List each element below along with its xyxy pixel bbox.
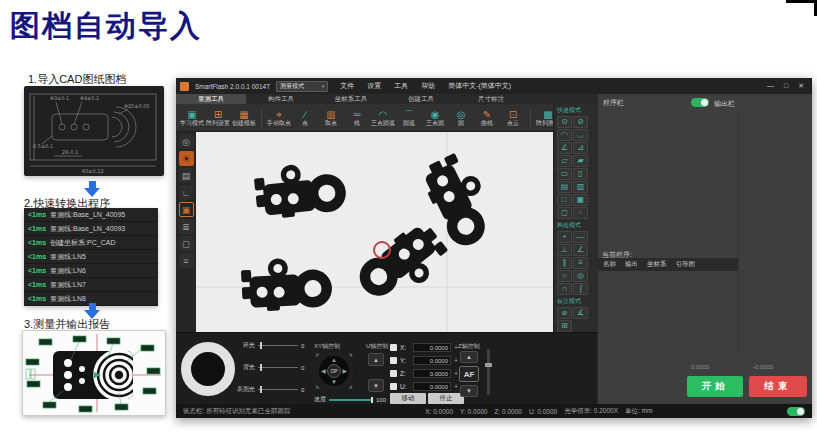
maximize-button[interactable]: □ (784, 82, 788, 90)
axis-value-field[interactable]: 0.0000 (413, 343, 451, 352)
checkbox[interactable] (390, 344, 397, 351)
palette-icon-button[interactable]: ◎ (573, 270, 588, 282)
ribbon-tab[interactable]: 坐标系工具 (316, 94, 386, 104)
arrow-downleft-icon[interactable]: ◣ (316, 384, 320, 389)
light-slider[interactable] (258, 389, 298, 390)
ribbon-tab[interactable]: 量测工具 (176, 94, 246, 104)
menu-item[interactable]: 简体中文-(简体中文) (448, 81, 511, 91)
increment-button[interactable]: + (454, 383, 458, 390)
axis-value-field[interactable]: 0.0000 (413, 356, 451, 365)
measurement-canvas[interactable] (196, 132, 553, 332)
palette-icon-button[interactable]: ◡ (573, 129, 588, 141)
palette-icon-button[interactable]: ∥ (557, 257, 572, 269)
palette-icon-button[interactable]: ≡ (573, 257, 588, 269)
stop-button[interactable]: 停止 (428, 393, 464, 404)
sidebar-icon-button[interactable]: ◻ (179, 236, 194, 251)
sidebar-icon-button[interactable]: ▣ (179, 202, 194, 217)
palette-icon-button[interactable]: ∫ (573, 283, 588, 295)
palette-icon-button[interactable]: ▰ (573, 155, 588, 167)
palette-icon-button[interactable]: ○ (557, 270, 572, 282)
palette-icon-button[interactable]: ▥ (573, 181, 588, 193)
minimize-button[interactable]: — (767, 82, 774, 90)
arrow-left-icon[interactable]: ◀ (321, 368, 326, 374)
z-slider-handle[interactable] (485, 363, 492, 367)
menu-item[interactable]: 工具 (394, 81, 408, 91)
end-button[interactable]: 结束 (749, 376, 807, 397)
increment-button[interactable]: + (454, 357, 458, 364)
axis-value-field[interactable]: 0.0000 (413, 369, 451, 378)
checkbox[interactable] (390, 370, 397, 377)
log-row[interactable]: <1ms 量测线:Base_LN_40095 (24, 208, 158, 222)
menu-item[interactable]: 帮助 (421, 81, 435, 91)
log-row[interactable]: <1ms 创建坐标系:PC_CAD (24, 236, 158, 250)
log-row[interactable]: <1ms 量测线:LN5 (24, 250, 158, 264)
arrow-up-icon[interactable]: ▲ (331, 357, 337, 363)
sidebar-icon-button[interactable]: ☀ (179, 151, 194, 166)
increment-button[interactable]: + (454, 370, 458, 377)
palette-icon-button[interactable]: ⊥ (557, 244, 572, 256)
palette-icon-button[interactable]: ▱ (557, 155, 572, 167)
axis-value-field[interactable]: 0.0000 (413, 382, 451, 391)
xy-dpad[interactable]: ▲ ▼ ◀ ▶ ◤ ◥ ◣ ◢ OP (314, 351, 354, 391)
palette-icon-button[interactable]: □ (557, 194, 572, 206)
mode-select[interactable]: 测量模式 ▾ (276, 81, 328, 92)
toolbar-button[interactable]: ═ 线 (345, 109, 369, 127)
palette-icon-button[interactable]: ▤ (557, 181, 572, 193)
palette-icon-button[interactable]: + (557, 231, 572, 243)
palette-icon-button[interactable]: ∩ (557, 283, 572, 295)
toolbar-button[interactable]: ◠ 三点圆弧 (371, 109, 395, 127)
sidebar-icon-button[interactable]: ≡ (179, 253, 194, 268)
sidebar-icon-button[interactable]: ≣ (179, 219, 194, 234)
toolbar-button[interactable]: ◉ 三点圆 (423, 109, 447, 127)
menu-item[interactable]: 设置 (367, 81, 381, 91)
palette-icon-button[interactable]: ∠ (557, 142, 572, 154)
arrow-right-icon[interactable]: ▶ (342, 368, 347, 374)
palette-icon-button[interactable]: ▯ (573, 168, 588, 180)
palette-icon-button[interactable]: ⊘ (573, 116, 588, 128)
arrow-upleft-icon[interactable]: ◤ (316, 353, 320, 358)
toolbar-button[interactable]: ⌖ 手动取点 (267, 109, 291, 127)
toolbar-button[interactable]: ∕ 点 (293, 109, 317, 127)
start-button[interactable]: 开始 (687, 376, 743, 397)
arrow-upright-icon[interactable]: ◥ (348, 353, 352, 358)
arrow-down-icon[interactable]: ▼ (331, 379, 337, 385)
toolbar-button[interactable]: ✎ 曲线 (475, 109, 499, 127)
palette-icon-button[interactable]: ◠ (557, 129, 572, 141)
palette-icon-button[interactable]: ▫ (573, 207, 588, 219)
log-row[interactable]: <1ms 量测线:LN6 (24, 264, 158, 278)
palette-icon-button[interactable]: ⊿ (573, 142, 588, 154)
checkbox[interactable] (390, 383, 397, 390)
palette-icon-button[interactable]: ▭ (557, 168, 572, 180)
palette-icon-button[interactable]: ∡ (573, 307, 588, 319)
u-down-button[interactable]: ▼ (368, 379, 384, 392)
z-up-button[interactable]: ▲ (460, 351, 478, 363)
toolbar-button[interactable]: ⊡ 点云 (501, 109, 525, 127)
palette-icon-button[interactable]: ⌀ (557, 307, 572, 319)
sidebar-icon-button[interactable]: ∟ (179, 185, 194, 200)
menu-item[interactable]: 文件 (340, 81, 354, 91)
close-button[interactable]: ✕ (798, 82, 804, 90)
palette-icon-button[interactable]: — (573, 231, 588, 243)
u-up-button[interactable]: ▲ (368, 353, 384, 366)
z-down-button[interactable]: ▼ (460, 385, 478, 397)
autofocus-button[interactable]: AF (459, 366, 479, 382)
toolbar-button[interactable]: ▦ 创建模板 (232, 109, 256, 127)
output-toggle[interactable] (691, 98, 709, 107)
log-row[interactable]: <1ms 量测线:LN7 (24, 278, 158, 292)
toolbar-button[interactable]: ⌒ 圆弧 (397, 109, 421, 127)
toolbar-button[interactable]: ⊞ 阵列设置 (206, 109, 230, 127)
checkbox[interactable] (390, 357, 397, 364)
log-row[interactable]: <1ms 量测线:Base_LN_40093 (24, 222, 158, 236)
dpad-center-button[interactable]: OP (327, 364, 341, 378)
toolbar-button[interactable]: ▣ 学习模式 (180, 109, 204, 127)
light-slider[interactable] (258, 367, 298, 368)
palette-icon-button[interactable]: ◻ (557, 207, 572, 219)
palette-icon-button[interactable]: ▣ (573, 194, 588, 206)
ribbon-tab[interactable]: 创建工具 (386, 94, 456, 104)
speed-slider[interactable] (329, 399, 373, 401)
ribbon-tab[interactable]: 尺寸标注 (456, 94, 526, 104)
palette-icon-button[interactable]: ∠ (573, 244, 588, 256)
palette-icon-button[interactable]: ⊞ (557, 320, 572, 332)
z-slider[interactable] (487, 349, 490, 395)
palette-icon-button[interactable]: ⊙ (557, 116, 572, 128)
